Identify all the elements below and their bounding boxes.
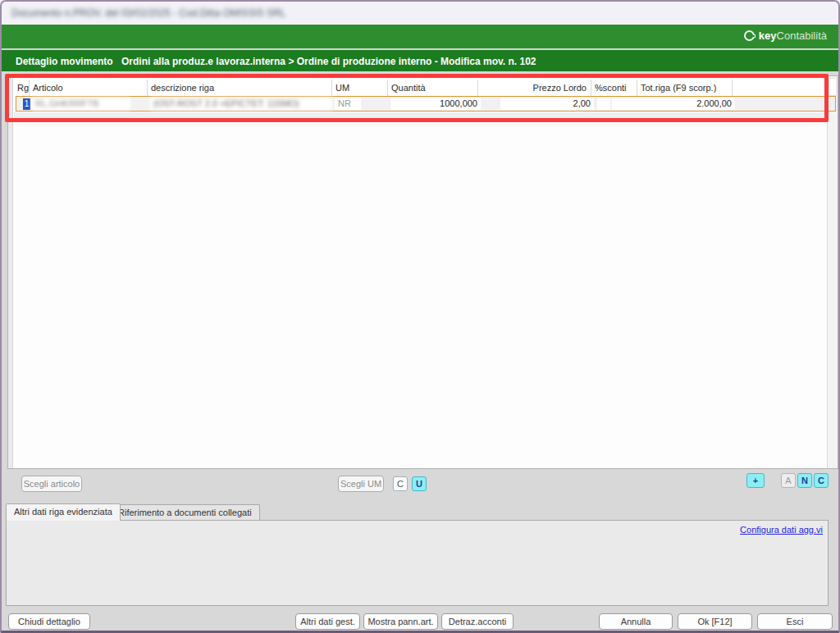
detraz-acconti-button[interactable]: Detraz.acconti	[441, 613, 514, 630]
breadcrumb: Ordini alla produz.e lavoraz.interna > O…	[121, 56, 536, 67]
col-header-filler	[733, 80, 828, 96]
grid-row-margin	[8, 76, 13, 468]
nav-bar: Dettaglio movimento Ordini alla produz.e…	[2, 48, 838, 71]
u-helper-button[interactable]: U	[412, 476, 427, 491]
cell-quantita[interactable]: 1000,000	[390, 98, 481, 110]
col-header-descrizione[interactable]: descrizione riga	[148, 80, 332, 96]
col-header-articolo[interactable]: Articolo	[30, 80, 148, 96]
tab-riferimento-documenti[interactable]: Riferimento a documenti collegati	[110, 504, 260, 521]
altri-dati-gest-button[interactable]: Altri dati gest.	[295, 613, 360, 630]
col-header-prezzo[interactable]: Prezzo Lordo	[478, 80, 591, 96]
grid-empty-strip	[14, 112, 828, 122]
title-bar: Documento n.PROV. del 03/02/2025 - Cod.D…	[2, 2, 838, 25]
brand-bar: keyContabilità	[2, 25, 838, 48]
selected-row[interactable]: 1 RL.GHKRRFTB (OST-ROST 2.0 +EPICTET: 11…	[16, 96, 836, 112]
cell-sconti[interactable]	[597, 98, 610, 110]
cell-prezzo[interactable]: 2,00	[500, 98, 594, 110]
a-helper-button[interactable]: A	[781, 473, 796, 488]
n-helper-button[interactable]: N	[797, 473, 812, 488]
grid-vertical-scrollbar[interactable]	[827, 76, 838, 468]
app-window: Documento n.PROV. del 03/02/2025 - Cod.D…	[0, 0, 840, 633]
col-header-um[interactable]: UM	[332, 80, 388, 96]
brand-key: key	[759, 30, 777, 42]
scegli-um-button[interactable]: Scegli UM	[338, 476, 384, 492]
brand-logo: keyContabilità	[744, 30, 827, 42]
line-items-grid: Rg Articolo descrizione riga UM Quantità…	[7, 75, 838, 469]
mostra-pann-art-button[interactable]: Mostra pann.art.	[363, 613, 438, 630]
add-row-button[interactable]: +	[746, 473, 765, 488]
tab-altri-dati-riga[interactable]: Altri dati riga evidenziata	[6, 503, 121, 521]
c-helper-button-left[interactable]: C	[393, 476, 408, 491]
cell-totriga[interactable]: 2.000,00	[612, 98, 735, 110]
tab-content-panel: Configura dati agg.vi	[6, 520, 829, 606]
configura-dati-link[interactable]: Configura dati agg.vi	[740, 525, 823, 535]
nav-section-title: Dettaglio movimento	[16, 56, 113, 67]
brand-contabilita: Contabilità	[777, 30, 827, 42]
chiudi-dettaglio-button[interactable]: Chiudi dettaglio	[8, 613, 90, 630]
cell-descrizione[interactable]: (OST-ROST 2.0 +EPICTET: 115MO)	[150, 98, 332, 110]
key-logo-icon	[744, 30, 755, 41]
esci-button[interactable]: Esci	[757, 613, 833, 630]
col-header-quantita[interactable]: Quantità	[388, 80, 478, 96]
row-number-badge: 1	[23, 98, 30, 110]
c-helper-button-right[interactable]: C	[814, 473, 829, 488]
col-header-totriga[interactable]: Tot.riga (F9 scorp.)	[637, 80, 733, 96]
ok-f12-button[interactable]: Ok [F12]	[678, 613, 752, 630]
col-header-sconti[interactable]: %sconti	[591, 80, 637, 96]
scrollbar-thumb[interactable]	[829, 78, 837, 96]
annulla-button[interactable]: Annulla	[599, 613, 673, 630]
window-title: Documento n.PROV. del 03/02/2025 - Cod.D…	[11, 7, 285, 19]
cell-um[interactable]: NR	[335, 98, 361, 110]
cell-articolo[interactable]: RL.GHKRRFTB	[32, 98, 130, 110]
scegli-articolo-button[interactable]: Scegli articolo	[21, 476, 82, 492]
col-header-rg[interactable]: Rg	[14, 80, 30, 96]
